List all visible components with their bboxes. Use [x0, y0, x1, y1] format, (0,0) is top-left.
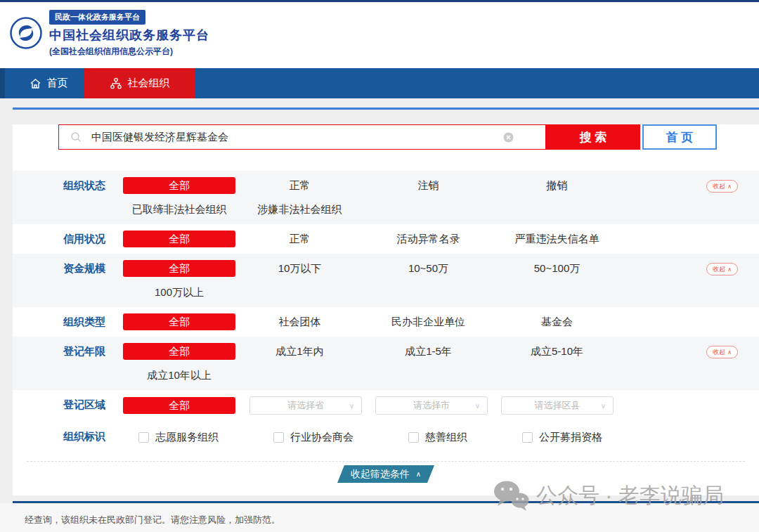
filter-option[interactable]: 民办非企业单位: [364, 313, 493, 330]
filter-option[interactable]: 涉嫌非法社会组织: [235, 201, 364, 218]
collapse-label: 收起: [713, 265, 725, 274]
filter-option[interactable]: 正常: [235, 231, 364, 247]
filter-option[interactable]: 严重违法失信名单: [493, 231, 621, 247]
filter-all-button[interactable]: 全部: [123, 343, 235, 360]
checkbox-icon[interactable]: [273, 432, 284, 443]
panel-top-accent-line: [13, 108, 759, 110]
nav-spacer: [5, 68, 13, 98]
home-page-button[interactable]: 首 页: [642, 124, 717, 150]
filter-row-registration-region: 登记区域 全部 请选择省 ∨ 请选择市 ∨ 请选择区县: [13, 390, 759, 421]
filter-option[interactable]: 50~100万: [493, 260, 621, 277]
city-select[interactable]: 请选择市 ∨: [375, 396, 488, 415]
filter-all-button[interactable]: 全部: [123, 313, 235, 330]
site-title-block: 民政一体化政务服务平台 中国社会组织政务服务平台 (全国社会组织信用信息公示平台…: [49, 10, 209, 58]
filter-label: 组织类型: [13, 313, 123, 330]
site-title: 中国社会组织政务服务平台: [49, 27, 209, 44]
footer-risk-note: 经查询，该组织未在民政部门登记。请您注意风险，加强防范。: [25, 514, 280, 525]
filter-row-registration-years: 登记年限 全部 成立1年内 成立1-5年 成立5-10年 成立10年以上 收起 …: [13, 337, 759, 390]
collapse-banner-row: 收起筛选条件 ∧: [13, 465, 759, 483]
filter-section: 组织状态 全部 正常 注销 撤销 已取缔非法社会组织 涉嫌非法社会组织 收起 ∧…: [13, 171, 759, 453]
clear-input-icon[interactable]: [503, 132, 514, 143]
filter-label: 资金规模: [13, 260, 123, 277]
filter-option[interactable]: 成立5-10年: [493, 343, 621, 360]
collapse-row-button[interactable]: 收起 ∧: [706, 263, 738, 275]
chevron-up-icon: ∧: [416, 470, 421, 478]
filter-label: 组织标识: [13, 428, 123, 445]
nav-tab-home[interactable]: 首页: [13, 68, 84, 98]
chevron-up-icon: ∧: [727, 183, 732, 190]
chevron-up-icon: ∧: [727, 349, 732, 356]
province-select[interactable]: 请选择省 ∨: [249, 396, 362, 415]
collapse-row-button[interactable]: 收起 ∧: [706, 180, 738, 193]
filter-option[interactable]: 注销: [364, 177, 493, 194]
filter-label: 登记区域: [13, 396, 123, 413]
nav-tab-org-label: 社会组织: [128, 77, 170, 90]
filter-option[interactable]: 成立10年以上: [123, 367, 235, 384]
site-subtitle: (全国社会组织信用信息公示平台): [49, 46, 209, 58]
checkbox-label: 公开募捐资格: [539, 429, 602, 446]
filter-row-org-status: 组织状态 全部 正常 注销 撤销 已取缔非法社会组织 涉嫌非法社会组织 收起 ∧: [13, 171, 759, 224]
filter-option[interactable]: 成立1-5年: [364, 343, 493, 360]
org-chart-icon: [110, 77, 122, 89]
site-header: 民政一体化政务服务平台 中国社会组织政务服务平台 (全国社会组织信用信息公示平台…: [0, 2, 759, 68]
checkbox-label: 慈善组织: [425, 429, 467, 446]
filter-all-button[interactable]: 全部: [123, 231, 235, 247]
filter-option[interactable]: 撤销: [493, 177, 621, 194]
filter-row-org-tags: 组织标识 志愿服务组织 行业协会商会 慈善组织: [13, 421, 759, 453]
filter-option[interactable]: 已取缔非法社会组织: [123, 201, 235, 218]
checkbox-industry-association[interactable]: 行业协会商会: [273, 429, 353, 446]
main-nav: 首页 社会组织: [0, 68, 759, 98]
filter-option[interactable]: 10~50万: [364, 260, 493, 277]
district-select[interactable]: 请选择区县 ∨: [501, 396, 614, 415]
filter-row-fund-scale: 资金规模 全部 10万以下 10~50万 50~100万 100万以上 收起 ∧: [13, 254, 759, 307]
filter-option[interactable]: 活动异常名录: [364, 231, 493, 247]
chevron-down-icon: ∨: [349, 402, 354, 410]
collapse-label: 收起: [713, 182, 725, 191]
filter-option[interactable]: 正常: [235, 177, 364, 194]
collapse-label: 收起: [713, 348, 725, 357]
checkbox-icon[interactable]: [408, 432, 419, 443]
search-button[interactable]: 搜 索: [546, 124, 640, 150]
checkbox-icon[interactable]: [138, 432, 149, 443]
filter-row-org-type: 组织类型 全部 社会团体 民办非企业单位 基金会: [13, 307, 759, 337]
search-input[interactable]: [91, 131, 545, 143]
search-box: [58, 124, 546, 150]
checkbox-volunteer-org[interactable]: 志愿服务组织: [138, 429, 219, 446]
filter-label: 信用状况: [13, 231, 123, 247]
nav-tab-org[interactable]: 社会组织: [84, 68, 195, 98]
site-logo-icon: [9, 16, 43, 50]
filter-all-button[interactable]: 全部: [123, 177, 235, 194]
collapse-filters-button[interactable]: 收起筛选条件 ∧: [337, 465, 434, 483]
search-icon: [70, 131, 82, 143]
filter-option[interactable]: 社会团体: [235, 313, 364, 330]
district-select-placeholder: 请选择区县: [535, 399, 580, 412]
filter-all-button[interactable]: 全部: [123, 397, 235, 414]
collapse-filters-label: 收起筛选条件: [351, 468, 410, 481]
filter-option[interactable]: 基金会: [493, 313, 621, 330]
chevron-down-icon: ∨: [475, 402, 480, 410]
chevron-down-icon: ∨: [601, 402, 606, 410]
search-filter-panel: 搜 索 首 页 组织状态 全部 正常 注销 撤销 已取缔非法社会组织 涉嫌非法社…: [13, 124, 759, 495]
checkbox-public-fundraising[interactable]: 公开募捐资格: [522, 429, 602, 446]
filter-label: 组织状态: [13, 177, 123, 194]
filter-all-button[interactable]: 全部: [123, 260, 235, 277]
filter-option[interactable]: 100万以上: [123, 284, 235, 301]
nav-tab-home-label: 首页: [47, 77, 68, 90]
dashed-divider: [27, 461, 745, 462]
home-icon: [30, 78, 41, 89]
chevron-up-icon: ∧: [727, 266, 732, 273]
footer: 经查询，该组织未在民政部门登记。请您注意风险，加强防范。: [0, 503, 759, 532]
filter-option[interactable]: 10万以下: [235, 260, 364, 277]
filter-label: 登记年限: [13, 343, 123, 360]
checkbox-label: 行业协会商会: [290, 429, 353, 446]
filter-option[interactable]: 成立1年内: [235, 343, 364, 360]
city-select-placeholder: 请选择市: [413, 399, 450, 412]
filter-row-credit-status: 信用状况 全部 正常 活动异常名录 严重违法失信名单: [13, 224, 759, 254]
province-select-placeholder: 请选择省: [287, 399, 324, 412]
nav-left-edge: [0, 68, 5, 98]
checkbox-icon[interactable]: [522, 432, 533, 443]
page: 民政一体化政务服务平台 中国社会组织政务服务平台 (全国社会组织信用信息公示平台…: [0, 0, 759, 532]
collapse-row-button[interactable]: 收起 ∧: [706, 346, 738, 358]
platform-badge: 民政一体化政务服务平台: [49, 10, 145, 25]
checkbox-charity-org[interactable]: 慈善组织: [408, 429, 467, 446]
